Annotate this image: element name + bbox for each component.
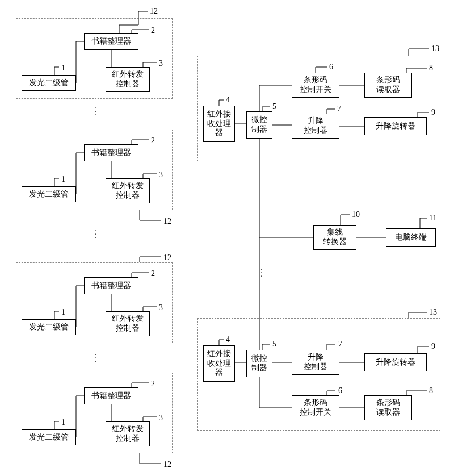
label-1-d: 1 — [61, 418, 65, 428]
block-microcontroller-top: 微控 制器 — [246, 111, 272, 139]
block-ir-recv-proc-bottom: 红外接 收处理 器 — [203, 345, 235, 382]
label-4-top: 4 — [226, 95, 230, 105]
label-7-bottom: 7 — [338, 340, 342, 349]
block-ir-recv-proc-top: 红外接 收处理 器 — [203, 106, 235, 142]
label-13-top: 13 — [431, 44, 439, 54]
block-led-3: 发光二级管 — [22, 319, 76, 335]
label-6-bottom: 6 — [338, 386, 342, 396]
block-book-sorter-2: 书籍整理器 — [84, 144, 138, 161]
label-3-c: 3 — [159, 303, 163, 313]
block-pc-terminal: 电脑终端 — [386, 228, 436, 247]
label-13-bottom: 13 — [429, 308, 437, 318]
label-4-bottom: 4 — [226, 335, 230, 345]
ellipsis-right-1: ... — [260, 266, 263, 276]
block-ir-forward-ctrl-2: 红外转发 控制器 — [106, 178, 150, 203]
block-lift-rotator-bottom: 升降旋转器 — [364, 353, 427, 371]
block-barcode-switch-top: 条形码 控制开关 — [292, 73, 339, 98]
block-lift-rotator-top: 升降旋转器 — [364, 117, 427, 135]
label-12-d: 12 — [163, 460, 171, 470]
block-microcontroller-bottom: 微控 制器 — [246, 350, 272, 377]
label-1-b: 1 — [61, 175, 65, 185]
block-book-sorter-3: 书籍整理器 — [84, 277, 138, 294]
block-led-1: 发光二级管 — [22, 75, 76, 91]
ellipsis-left-2: ... — [94, 227, 98, 237]
label-5-top: 5 — [272, 102, 276, 112]
label-2-a: 2 — [151, 26, 155, 36]
block-led-2: 发光二级管 — [22, 186, 76, 202]
label-3-b: 3 — [159, 170, 163, 180]
block-barcode-reader-top: 条形码 读取器 — [364, 73, 412, 98]
label-8-top: 8 — [429, 64, 433, 73]
label-9-top: 9 — [431, 108, 435, 118]
label-7-top: 7 — [337, 105, 341, 114]
label-2-d: 2 — [151, 379, 155, 389]
label-12-b: 12 — [163, 217, 171, 227]
label-8-bottom: 8 — [429, 386, 433, 396]
ellipsis-left-3: ... — [94, 351, 98, 361]
label-12-c: 12 — [163, 253, 171, 263]
block-barcode-switch-bottom: 条形码 控制开关 — [292, 395, 339, 420]
label-10: 10 — [352, 210, 360, 220]
label-5-bottom: 5 — [272, 340, 276, 349]
block-book-sorter-1: 书籍整理器 — [84, 33, 138, 50]
label-2-b: 2 — [151, 136, 155, 146]
label-11: 11 — [429, 214, 436, 223]
label-2-c: 2 — [151, 269, 155, 279]
label-6-top: 6 — [329, 62, 333, 72]
block-barcode-reader-bottom: 条形码 读取器 — [364, 395, 412, 420]
label-12-a: 12 — [150, 7, 158, 16]
label-1-a: 1 — [61, 64, 65, 73]
block-ir-forward-ctrl-3: 红外转发 控制器 — [106, 311, 150, 336]
block-lift-ctrl-top: 升降 控制器 — [292, 114, 339, 139]
block-ir-forward-ctrl-4: 红外转发 控制器 — [106, 421, 150, 446]
block-ir-forward-ctrl-1: 红外转发 控制器 — [106, 67, 150, 92]
label-1-c: 1 — [61, 308, 65, 318]
block-lift-ctrl-bottom: 升降 控制器 — [292, 350, 339, 375]
block-hub-converter: 集线 转换器 — [313, 225, 356, 250]
label-9-bottom: 9 — [431, 342, 435, 352]
block-book-sorter-4: 书籍整理器 — [84, 387, 138, 404]
block-led-4: 发光二级管 — [22, 429, 76, 445]
label-3-a: 3 — [159, 59, 163, 69]
ellipsis-left-1: ... — [94, 105, 98, 115]
label-3-d: 3 — [159, 414, 163, 423]
